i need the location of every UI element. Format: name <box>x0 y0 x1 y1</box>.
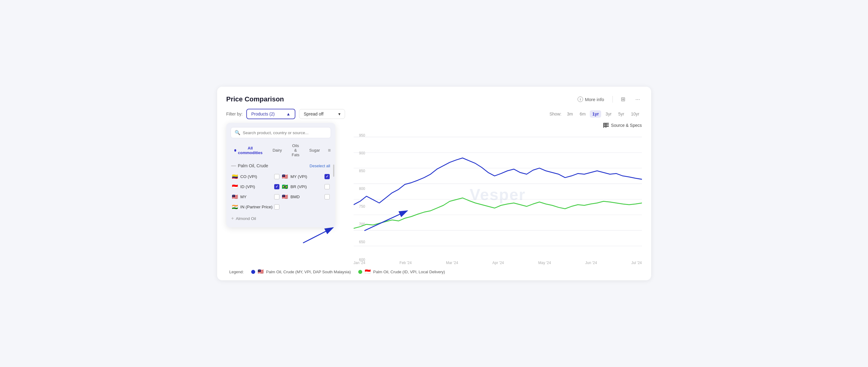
product-label-my-vpi: MY (VPI) <box>290 174 307 179</box>
legend-dot-my <box>251 270 255 274</box>
section-title-text: Palm Oil, Crude <box>238 163 268 168</box>
more-info-label: More info <box>585 97 604 102</box>
product-filter-panel: 🔍 All commodities Dairy Oils & Fats Suga… <box>226 123 335 227</box>
divider <box>613 96 613 103</box>
source-specs-button[interactable]: Source & Specs <box>603 123 642 128</box>
legend-item-id: 🇮🇩 Palm Oil, Crude (ID, VPI, Local Deliv… <box>358 269 445 274</box>
search-icon: 🔍 <box>235 130 241 135</box>
product-item-bmd: 🇲🇾 BMD <box>281 192 331 202</box>
x-label-may: May '24 <box>538 261 551 265</box>
svg-rect-3 <box>603 123 604 128</box>
x-label-mar: Mar '24 <box>446 261 458 265</box>
table-icon <box>603 123 609 128</box>
section-header: — Palm Oil, Crude Deselect all <box>231 163 331 168</box>
chart-and-xaxis: Vesper Jan '24 Feb '24 Mar '24 Apr '24 M… <box>354 130 642 265</box>
checkbox-id[interactable] <box>274 184 279 189</box>
add-almond-oil[interactable]: + Almond Oil <box>231 214 331 223</box>
products-grid: 🇨🇴 CO (VPI) 🇮🇩 ID (VPI) <box>231 172 331 212</box>
product-item-my: 🇲🇾 MY <box>231 192 281 202</box>
cat-sugar[interactable]: Sugar <box>306 146 323 154</box>
flag-co: 🇨🇴 <box>232 174 238 179</box>
filter-row: Filter by: Products (2) ▲ Spread off ▾ <box>226 109 345 119</box>
legend-row: Legend: 🇲🇾 Palm Oil, Crude (MY, VPI, DAP… <box>226 269 642 274</box>
legend-text-id: Palm Oil, Crude (ID, VPI, Local Delivery… <box>373 270 445 274</box>
chart-top-right: Source & Specs <box>340 123 642 128</box>
legend-flag-id: 🇮🇩 <box>365 269 371 274</box>
x-label-apr: Apr '24 <box>492 261 504 265</box>
checkbox-my2[interactable] <box>274 194 279 199</box>
header-right: i More info ⊞ ··· <box>575 95 642 103</box>
x-axis-labels: Jan '24 Feb '24 Mar '24 Apr '24 May '24 … <box>354 260 642 265</box>
deselect-all-button[interactable]: Deselect all <box>309 164 330 168</box>
products-dropdown[interactable]: Products (2) ▲ <box>246 109 296 119</box>
flag-my2: 🇲🇾 <box>232 195 238 199</box>
product-label-id: ID (VPI) <box>241 185 255 189</box>
legend-label: Legend: <box>229 270 244 274</box>
show-6m[interactable]: 6m <box>577 110 588 118</box>
filter-icon-button[interactable]: ≡ <box>326 147 333 154</box>
product-label-my2: MY <box>241 195 247 199</box>
product-item-co: 🇨🇴 CO (VPI) <box>231 172 281 182</box>
product-item-id: 🇮🇩 ID (VPI) <box>231 182 281 192</box>
section-title: — Palm Oil, Crude <box>231 163 268 168</box>
product-item-my-vpi: 🇲🇾 MY (VPI) <box>281 172 331 182</box>
flag-br: 🇧🇷 <box>282 185 288 189</box>
chart-svg <box>354 130 642 259</box>
chart-inner: 950 900 850 800 750 700 650 600 <box>354 130 642 265</box>
checkbox-br[interactable] <box>324 184 330 189</box>
info-icon: i <box>578 97 583 102</box>
price-comparison-card: Price Comparison i More info ⊞ ··· Filte… <box>217 87 651 280</box>
cat-oils-fats[interactable]: Oils & Fats <box>288 142 303 159</box>
product-item-in: 🇮🇳 IN (Partner Price) <box>231 202 281 212</box>
x-label-feb: Feb '24 <box>400 261 412 265</box>
product-label-co: CO (VPI) <box>241 174 257 179</box>
legend-flag-my: 🇲🇾 <box>258 269 264 274</box>
show-3m[interactable]: 3m <box>564 110 575 118</box>
flag-in: 🇮🇳 <box>232 205 238 209</box>
flag-my-vpi: 🇲🇾 <box>282 174 288 179</box>
more-options-button[interactable]: ··· <box>633 96 642 103</box>
show-label: Show: <box>550 111 562 116</box>
show-5yr[interactable]: 5yr <box>616 110 627 118</box>
chevron-up-icon: ▲ <box>286 111 290 116</box>
search-input[interactable] <box>243 131 327 135</box>
add-section-label: Almond Oil <box>236 216 256 221</box>
checkbox-co[interactable] <box>274 174 279 179</box>
product-label-in: IN (Partner Price) <box>241 205 273 209</box>
image-icon-button[interactable]: ⊞ <box>619 95 627 103</box>
checkbox-my-vpi[interactable] <box>324 174 330 179</box>
cat-all-commodities[interactable]: All commodities <box>231 144 267 157</box>
x-label-jun: Jun '24 <box>585 261 597 265</box>
show-10yr[interactable]: 10yr <box>628 110 642 118</box>
search-box: 🔍 <box>231 127 331 138</box>
checkbox-bmd[interactable] <box>324 194 330 199</box>
show-1yr[interactable]: 1yr <box>590 110 601 118</box>
spread-dropdown[interactable]: Spread off ▾ <box>299 109 345 119</box>
product-label-br: BR (VPI) <box>290 185 307 189</box>
show-row: Show: 3m 6m 1yr 3yr 5yr 10yr <box>550 110 642 118</box>
x-label-jan: Jan '24 <box>354 261 365 265</box>
chart-wrapper: Vesper <box>354 130 642 259</box>
flag-bmd: 🇲🇾 <box>282 195 288 199</box>
products-dropdown-label: Products (2) <box>251 111 275 116</box>
flag-id: 🇮🇩 <box>232 185 238 189</box>
show-3yr[interactable]: 3yr <box>603 110 614 118</box>
scrollbar <box>333 165 334 177</box>
source-specs-label: Source & Specs <box>611 123 642 128</box>
product-item-br: 🇧🇷 BR (VPI) <box>281 182 331 192</box>
legend-text-my: Palm Oil, Crude (MY, VPI, DAP South Mala… <box>266 270 351 274</box>
product-label-bmd: BMD <box>290 195 300 199</box>
cat-dairy[interactable]: Dairy <box>269 146 285 154</box>
chevron-down-icon: ▾ <box>338 111 340 116</box>
category-tabs: All commodities Dairy Oils & Fats Sugar … <box>231 142 331 159</box>
plus-icon: + <box>231 216 234 221</box>
product-col-left: 🇨🇴 CO (VPI) 🇮🇩 ID (VPI) <box>231 172 281 212</box>
chart-area: Source & Specs 950 900 850 800 750 700 6… <box>340 123 642 265</box>
page-title: Price Comparison <box>226 95 284 103</box>
dash-icon: — <box>231 163 236 168</box>
checkbox-in[interactable] <box>274 204 279 209</box>
header-row: Price Comparison i More info ⊞ ··· <box>226 95 642 103</box>
svg-rect-4 <box>606 123 607 128</box>
more-info-button[interactable]: i More info <box>575 95 607 103</box>
product-col-right: 🇲🇾 MY (VPI) 🇧🇷 BR (VPI) <box>281 172 331 212</box>
